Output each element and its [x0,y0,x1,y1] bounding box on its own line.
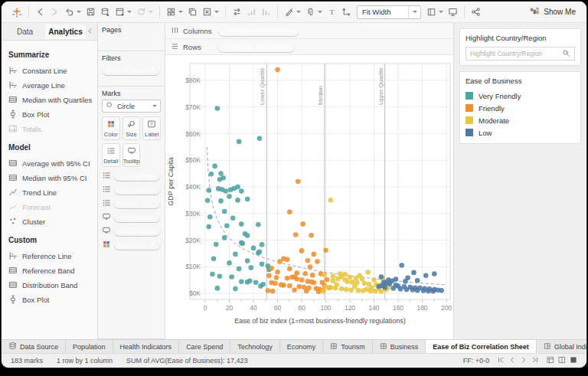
swap-rows-columns-button[interactable] [230,5,244,18]
analytics-item-distribution-band[interactable]: Distribution Band [8,278,90,293]
mark-circle[interactable] [235,198,240,203]
mark-circle[interactable] [224,223,230,228]
new-worksheet-button[interactable] [113,5,134,18]
mark-circle[interactable] [316,289,322,295]
rows-shelf[interactable]: Rows AVG(GDP per Capita) [165,39,453,55]
field-pill[interactable]: Ease of Busine.. [113,239,161,250]
size-button[interactable]: Size [122,116,141,140]
legend-item-moderate[interactable]: Moderate [466,114,575,126]
tooltip-button[interactable]: Tooltip [122,143,141,167]
mark-circle[interactable] [239,188,244,194]
mark-circle[interactable] [377,284,382,289]
mark-circle[interactable] [275,270,280,275]
mark-circle[interactable] [292,288,297,293]
mark-circle[interactable] [206,188,211,193]
mark-circle[interactable] [285,257,290,263]
mark-circle[interactable] [240,241,246,247]
mark-circle[interactable] [209,172,214,177]
mark-circle[interactable] [352,284,358,289]
mark-circle[interactable] [233,252,238,257]
mark-circle[interactable] [344,287,349,293]
mark-circle[interactable] [387,282,393,287]
mark-circle[interactable] [269,266,274,271]
mark-circle[interactable] [215,286,220,291]
mark-circle[interactable] [273,281,278,286]
sheet-tab-population[interactable]: Population [66,340,113,353]
mark-circle[interactable] [206,224,211,230]
analytics-item-average-with-95-ci[interactable]: Average with 95% CI [8,156,90,171]
mark-circle[interactable] [426,289,431,294]
sheet-tab-care-spend[interactable]: Care Spend [179,340,230,353]
mark-circle[interactable] [212,164,217,169]
mark-circle[interactable] [356,288,361,293]
mark-circle[interactable] [205,198,211,203]
mark-circle[interactable] [287,209,292,214]
mark-circle[interactable] [312,252,317,257]
mark-circle[interactable] [233,286,238,292]
legend-item-friendly[interactable]: Friendly [466,102,575,114]
mark-circle[interactable] [411,270,416,276]
mark-circle[interactable] [325,277,330,283]
mark-circle[interactable] [218,171,224,176]
columns-shelf[interactable]: Columns AVG(Ease of Business) [165,23,453,39]
mark-circle[interactable] [207,214,213,220]
show-me-button[interactable]: Show Me [527,5,579,19]
mark-circle[interactable] [275,67,280,73]
analytics-item-cluster[interactable]: Cluster [8,214,90,229]
mark-circle[interactable] [398,286,403,292]
mark-circle[interactable] [251,246,256,251]
sheet-tab-health-indicators[interactable]: Health Indicators [113,340,180,353]
mark-circle[interactable] [382,285,387,290]
sheet-tab-data-source[interactable]: Data Source [2,340,66,353]
mark-circle[interactable] [403,279,408,284]
refresh-button[interactable] [134,5,155,18]
field-pill[interactable]: Region [113,198,161,209]
sheet-tab-ease-of-biz-correlation-sheet[interactable]: Ease of Biz Correlation Sheet [426,340,537,353]
mark-circle[interactable] [331,274,336,280]
mark-circle[interactable] [399,263,404,268]
add-data-source-button[interactable] [98,5,113,18]
mark-circle[interactable] [253,280,259,286]
mark-circle[interactable] [211,257,217,262]
mark-circle[interactable] [339,286,345,292]
pane-tab-data[interactable]: Data [5,25,45,39]
mark-circle[interactable] [281,283,286,288]
mark-circle[interactable] [312,280,317,286]
mark-circle[interactable] [266,273,272,279]
highlight-button[interactable] [282,5,303,18]
field-pill[interactable]: AVG(GDP per Capita) [217,41,295,53]
mark-circle[interactable] [229,274,234,280]
mark-circle[interactable] [245,258,250,263]
nav-next-button[interactable] [520,356,528,365]
duplicate-sheet-button[interactable] [185,5,200,18]
new-dashboard-button[interactable] [164,5,185,18]
legend-item-low[interactable]: Low [466,126,575,139]
clear-sheet-button[interactable] [200,5,221,18]
layout-full-button[interactable] [570,356,577,365]
mark-circle[interactable] [210,272,215,277]
analytics-item-constant-line[interactable]: Constant Line [8,64,90,78]
mark-circle[interactable] [277,259,283,264]
mark-circle[interactable] [245,197,250,202]
show-mark-labels-button[interactable]: T [325,5,339,18]
mark-circle[interactable] [335,276,341,282]
field-pill[interactable]: AVG(Population .. [113,225,161,237]
mark-circle[interactable] [421,288,426,293]
sort-ascending-button[interactable] [244,5,259,18]
mark-circle[interactable] [258,283,263,289]
pages-card[interactable]: Pages [98,23,165,51]
mark-circle[interactable] [310,273,315,278]
mark-circle[interactable] [230,215,236,221]
field-pill[interactable]: AVG(Ease of Busi.. [113,184,161,195]
mark-circle[interactable] [239,221,244,227]
fix-axes-button[interactable] [339,5,354,18]
mark-circle[interactable] [300,221,305,227]
field-pill[interactable]: Ease of Business (cl.. [102,64,161,76]
mark-circle[interactable] [287,266,292,272]
analytics-item-reference-line[interactable]: Reference Line [8,249,90,263]
mark-circle[interactable] [423,273,429,278]
mark-circle[interactable] [415,278,420,283]
mark-circle[interactable] [270,289,276,294]
undo-arrow-button[interactable] [62,5,83,18]
layout-normal-button[interactable] [547,356,554,365]
